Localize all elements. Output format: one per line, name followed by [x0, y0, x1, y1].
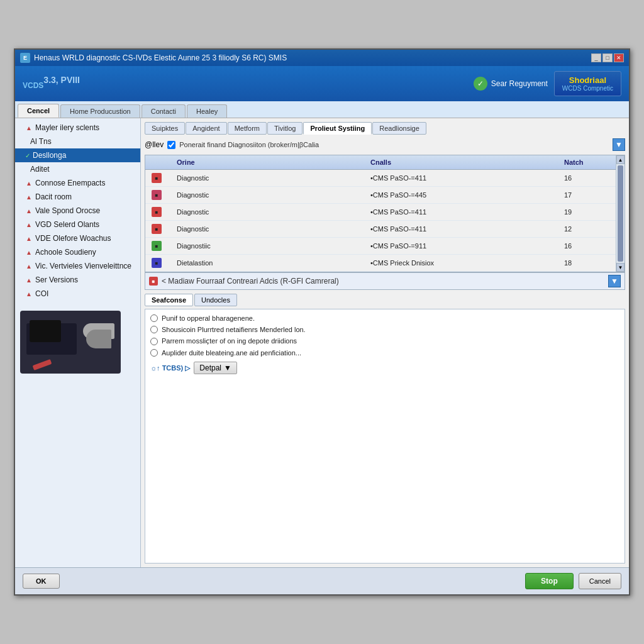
- option-row-3: Auplider duite bleateing.ane aid penfici…: [150, 349, 619, 357]
- table-row: ■ Dietalastion •CMS Prieck Dnisiox 18: [145, 255, 616, 272]
- cancel-button[interactable]: Cancel: [579, 573, 621, 589]
- header: VCDS3.3, PVIII ✓ Sear Reguyment Shodriaa…: [15, 66, 629, 101]
- table-row: ■ Diagnostic •CMS PaSO-=411 16: [145, 170, 616, 187]
- table-header: Orine Cnalls Natch: [145, 155, 616, 170]
- table-row: ■ Diagnostiic •CMS PaSO-=911 16: [145, 238, 616, 255]
- row-col1-2: Diagnostic: [174, 207, 368, 217]
- filter-checkbox[interactable]: [167, 141, 175, 149]
- tcbs-row: ☼↑ TCBS) ▷ Detpal ▼: [150, 362, 619, 374]
- row-col1-1: Diagnostic: [174, 190, 368, 200]
- main-panel: Suipktes Angident Metform Tivitlog Proli…: [141, 118, 629, 567]
- row-col3-5: 18: [562, 258, 612, 268]
- sidebar-item-0[interactable]: ▲ Mayler ilery sclents: [15, 121, 140, 135]
- bottom-tab-1[interactable]: Undocles: [194, 294, 237, 306]
- scroll-thumb[interactable]: [618, 165, 623, 262]
- tcbs-dropdown-button[interactable]: Detpal ▼: [194, 362, 237, 374]
- option-text-2: Parrem mosslic̣ter of on ing depote drii…: [162, 337, 297, 345]
- tab-healey[interactable]: Healey: [187, 104, 227, 118]
- radio-0[interactable]: [150, 314, 158, 322]
- table-inner: Orine Cnalls Natch ■ Diagnostic •CMS PaS…: [145, 155, 616, 272]
- maximize-button[interactable]: □: [602, 53, 613, 62]
- row-icon-3: ■: [149, 223, 174, 235]
- app-logo: VCDS3.3, PVIII: [23, 75, 80, 92]
- sidebar-item-8[interactable]: ▲ VDE Olefore Woachus: [15, 231, 140, 245]
- option-row-2: Parrem mosslic̣ter of on ing depote drii…: [150, 337, 619, 345]
- row-col2-3: •CMS PaSO-=411: [368, 224, 562, 234]
- warning-icon-9: ▲: [25, 248, 33, 256]
- tab-home[interactable]: Home Producustion: [60, 104, 140, 118]
- sidebar: ▲ Mayler ilery sclents Al Tns ✓ Desllong…: [15, 118, 141, 567]
- row-col2-1: •CMS PaSO-=445: [368, 190, 562, 200]
- stop-button[interactable]: Stop: [525, 573, 574, 589]
- scroll-up-button[interactable]: ▲: [616, 155, 625, 164]
- warning-icon-11: ▲: [25, 276, 33, 284]
- row-col3-1: 17: [562, 190, 612, 200]
- col-header-orine: Orine: [174, 157, 368, 167]
- radio-1[interactable]: [150, 326, 158, 333]
- option-text-1: Shousicoin Plurrtred netaifienrs Menderl…: [162, 326, 306, 333]
- sidebar-item-3[interactable]: Aditet: [15, 162, 140, 176]
- sidebar-item-9[interactable]: ▲ Achoole Soudieny: [15, 245, 140, 259]
- row-icon-0: ■: [149, 172, 174, 184]
- filter-text: Ponerait finand Diagnosiiton (broker/m|β…: [179, 141, 609, 148]
- sidebar-item-10[interactable]: ▲ Vic. Vertvieles Vienveleittnce: [15, 259, 140, 273]
- bottom-tab-0[interactable]: Seafconse: [145, 294, 193, 306]
- table-row: ■ Diagnostic •CMS PaSO-=445 17: [145, 187, 616, 204]
- sidebar-item-6[interactable]: ▲ Vale Spond Orocse: [15, 204, 140, 218]
- sidebar-item-4[interactable]: ▲ Connose Enempacts: [15, 176, 140, 190]
- inner-tab-3[interactable]: Tivitlog: [267, 122, 303, 135]
- tab-cencel[interactable]: Cencel: [18, 104, 59, 118]
- filter-dropdown-button[interactable]: ▼: [613, 138, 625, 151]
- shop-button[interactable]: Shodriaal WCDS Compnetic: [554, 71, 621, 96]
- scroll-down-button[interactable]: ▼: [616, 263, 625, 272]
- radio-2[interactable]: [150, 338, 158, 345]
- row-col1-3: Diagnostic: [174, 224, 368, 234]
- col-header-cnalls: Cnalls: [368, 157, 562, 167]
- sidebar-item-11[interactable]: ▲ Ser Versions: [15, 273, 140, 287]
- sidebar-item-7[interactable]: ▲ VGD Selerd Olants: [15, 218, 140, 231]
- inner-tab-4[interactable]: Prolieut Systiing: [303, 122, 372, 135]
- status-dropdown-button[interactable]: ▼: [608, 275, 621, 287]
- row-col2-2: •CMS PaSO-=411: [368, 207, 562, 217]
- options-area: Punif to opperal bharagenene. Shousicoin…: [145, 309, 625, 564]
- sidebar-item-1[interactable]: Al Tns: [15, 135, 140, 148]
- row-col3-4: 16: [562, 241, 612, 251]
- tcbs-dropdown-arrow: ▼: [224, 364, 231, 372]
- radio-3[interactable]: [150, 349, 158, 357]
- inner-tab-2[interactable]: Metform: [228, 122, 267, 135]
- titlebar-left: E Henaus WRLD diagnostic CS-IVDs Elestic…: [20, 53, 287, 63]
- ok-button[interactable]: OK: [23, 574, 60, 589]
- warning-icon-7: ▲: [25, 221, 33, 228]
- row-icon-1: ■: [149, 189, 174, 201]
- minimize-button[interactable]: _: [591, 53, 601, 62]
- row-col1-0: Diagnostic: [174, 173, 368, 183]
- row-icon-2: ■: [149, 206, 174, 218]
- tcbs-label: ☼↑ TCBS) ▷: [150, 364, 190, 372]
- row-col2-4: •CMS PaSO-=911: [368, 241, 562, 251]
- sidebar-item-5[interactable]: ▲ Dacit room: [15, 190, 140, 204]
- shop-line1: Shodriaal: [562, 75, 613, 85]
- row-col3-2: 19: [562, 207, 612, 217]
- inner-tab-1[interactable]: Angident: [186, 122, 226, 135]
- row-icon-5: ■: [149, 257, 174, 269]
- shop-line2: WCDS Compnetic: [562, 85, 613, 92]
- status-bar: ■ < Madiaw Fourraaf Contreari Adcis (R-G…: [145, 272, 625, 290]
- header-right: ✓ Sear Reguyment Shodriaal WCDS Compneti…: [474, 71, 621, 96]
- warning-icon-4: ▲: [25, 179, 33, 187]
- inner-tab-0[interactable]: Suipktes: [145, 122, 185, 135]
- inner-tab-5[interactable]: Readlionsige: [372, 122, 426, 135]
- row-icon-4: ■: [149, 240, 174, 252]
- tab-contacti[interactable]: Contacti: [142, 104, 186, 118]
- filter-row: @llev Ponerait finand Diagnosiiton (brok…: [145, 138, 625, 151]
- sidebar-item-2[interactable]: ✓ Desllonga: [15, 148, 140, 162]
- col-header-natch: Natch: [562, 157, 612, 167]
- table-scrollbar[interactable]: ▲ ▼: [616, 155, 625, 272]
- sidebar-item-12[interactable]: ▲ COI: [15, 287, 140, 301]
- filter-label: @llev: [145, 140, 164, 149]
- row-col3-3: 12: [562, 224, 612, 234]
- warning-icon-8: ▲: [25, 235, 33, 242]
- close-button[interactable]: ✕: [614, 53, 624, 62]
- device-image-area: [15, 306, 140, 379]
- bottom-tabs: Seafconse Undocles: [145, 294, 625, 306]
- reg-icon: ✓: [474, 77, 487, 91]
